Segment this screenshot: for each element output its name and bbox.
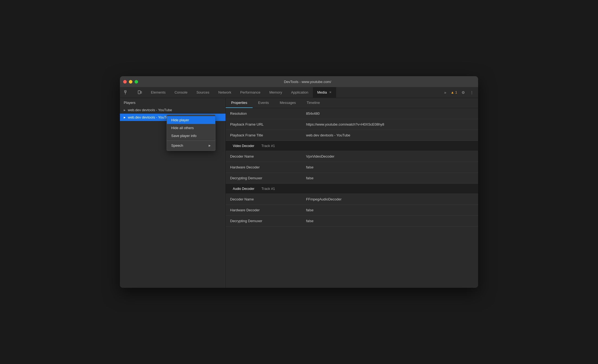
prop-row-vhardware: Hardware Decoder false: [226, 162, 478, 173]
maximize-button[interactable]: [135, 80, 138, 84]
more-icon: ⋮: [470, 90, 474, 95]
prop-val-resolution: 854x480: [302, 109, 478, 118]
tab-elements[interactable]: Elements: [147, 87, 170, 98]
tab-memory[interactable]: Memory: [265, 87, 287, 98]
prop-key-adecoder-name: Decoder Name: [226, 194, 302, 204]
window-title: DevTools - www.youtube.com/: [140, 80, 475, 84]
tab-media[interactable]: Media ✕: [313, 87, 336, 98]
ctx-speech[interactable]: Speech ▶: [167, 142, 215, 149]
ctx-hide-player[interactable]: Hide player: [167, 116, 215, 124]
device-icon: [138, 90, 142, 95]
expand-icon-1: ▶: [124, 109, 126, 111]
prop-val-adecoder-name: FFmpegAudioDecoder: [302, 194, 478, 204]
prop-val-vdemuxer: false: [302, 173, 478, 183]
tab-media-close[interactable]: ✕: [329, 91, 332, 94]
main-content: Players ▶ web.dev devtools - YouTube ▶ w…: [120, 98, 478, 288]
prop-key-url: Playback Frame URL: [226, 120, 302, 129]
prop-key-title: Playback Frame Title: [226, 130, 302, 140]
prop-row-title: Playback Frame Title web.dev devtools - …: [226, 130, 478, 141]
devtools-window: DevTools - www.youtube.com/ Elements Con…: [120, 76, 478, 288]
audio-track-label: Track #1: [259, 186, 277, 191]
inspect-icon: [124, 90, 129, 95]
tab-tools: » ▲ 1 ⚙ ⋮: [443, 87, 478, 98]
tab-sources[interactable]: Sources: [192, 87, 214, 98]
properties-table: Resolution 854x480 Playback Frame URL ht…: [226, 108, 478, 288]
warn-icon: ▲: [451, 90, 454, 94]
minimize-button[interactable]: [129, 80, 132, 84]
prop-val-vdecoder-name: VpxVideoDecoder: [302, 152, 478, 161]
submenu-arrow-icon: ▶: [209, 144, 211, 147]
sub-tab-bar: Properties Events Messages Timeline: [226, 98, 478, 108]
prop-key-vdemuxer: Decrypting Demuxer: [226, 173, 302, 183]
settings-icon: ⚙: [462, 90, 465, 95]
subtab-properties[interactable]: Properties: [226, 98, 253, 108]
tab-console[interactable]: Console: [170, 87, 192, 98]
close-button[interactable]: [123, 80, 127, 84]
prop-row-vdecoder-name: Decoder Name VpxVideoDecoder: [226, 151, 478, 162]
prop-key-resolution: Resolution: [226, 109, 302, 118]
context-menu: Hide player Hide all others Save player …: [167, 115, 215, 151]
prop-key-ahardware: Hardware Decoder: [226, 205, 302, 215]
tab-application[interactable]: Application: [287, 87, 313, 98]
prop-key-vdecoder-name: Decoder Name: [226, 152, 302, 161]
sidebar: Players ▶ web.dev devtools - YouTube ▶ w…: [120, 98, 226, 288]
prop-row-adecoder-name: Decoder Name FFmpegAudioDecoder: [226, 194, 478, 205]
expand-icon-2: ▶: [124, 116, 126, 119]
more-options-button[interactable]: ⋮: [468, 89, 475, 96]
title-bar: DevTools - www.youtube.com/: [120, 76, 478, 87]
audio-decoder-badge: Audio Decoder: [230, 186, 257, 191]
properties-panel: Properties Events Messages Timeline Reso…: [226, 98, 478, 288]
svg-rect-2: [138, 91, 140, 94]
prop-row-vdemuxer: Decrypting Demuxer false: [226, 173, 478, 184]
video-track-label: Track #1: [259, 143, 277, 149]
settings-button[interactable]: ⚙: [460, 89, 467, 96]
prop-key-vhardware: Hardware Decoder: [226, 162, 302, 172]
subtab-messages[interactable]: Messages: [274, 98, 301, 108]
subtab-timeline[interactable]: Timeline: [301, 98, 325, 108]
tab-network[interactable]: Network: [214, 87, 236, 98]
prop-row-ademuxer: Decrypting Demuxer false: [226, 216, 478, 226]
prop-row-url: Playback Frame URL https://www.youtube.c…: [226, 119, 478, 130]
video-decoder-badge: Video Decoder: [230, 143, 257, 149]
prop-val-url: https://www.youtube.com/watch?v=H0XScE08…: [302, 120, 478, 129]
subtab-events[interactable]: Events: [253, 98, 274, 108]
player-item-1[interactable]: ▶ web.dev devtools - YouTube: [120, 106, 225, 114]
svg-rect-3: [141, 91, 142, 93]
prop-val-title: web.dev devtools - YouTube: [302, 130, 478, 140]
prop-key-ademuxer: Decrypting Demuxer: [226, 216, 302, 226]
prop-val-ademuxer: false: [302, 216, 478, 226]
prop-val-vhardware: false: [302, 162, 478, 172]
more-tabs-button[interactable]: »: [443, 89, 448, 96]
tab-device[interactable]: [133, 87, 147, 98]
ctx-hide-all[interactable]: Hide all others: [167, 124, 215, 132]
sidebar-header: Players: [120, 98, 225, 106]
prop-row-resolution: Resolution 854x480: [226, 108, 478, 119]
ctx-save-info[interactable]: Save player info: [167, 132, 215, 140]
prop-row-ahardware: Hardware Decoder false: [226, 205, 478, 216]
tab-bar: Elements Console Sources Network Perform…: [120, 87, 478, 98]
section-audio-decoder: Audio Decoder Track #1: [226, 184, 478, 194]
ctx-separator: [167, 141, 215, 141]
prop-val-ahardware: false: [302, 205, 478, 215]
tab-inspect[interactable]: [120, 87, 133, 98]
section-video-decoder: Video Decoder Track #1: [226, 141, 478, 151]
tab-performance[interactable]: Performance: [236, 87, 265, 98]
warning-badge: ▲ 1: [450, 90, 458, 94]
